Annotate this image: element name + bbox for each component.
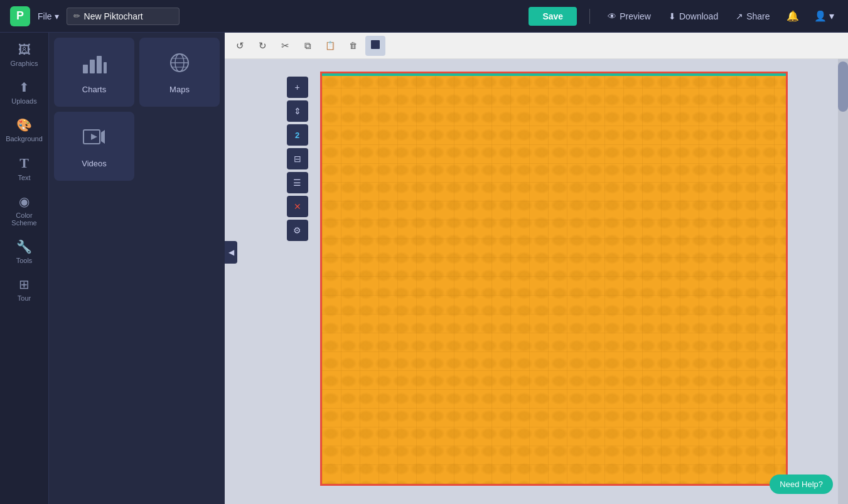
panel: Charts Maps	[49, 33, 225, 504]
videos-card-icon	[81, 125, 107, 154]
svg-rect-3	[104, 62, 107, 73]
canvas-frame: + ⇕ 2 ⊟ ☰ ✕	[286, 72, 788, 486]
videos-card-label: Videos	[82, 159, 107, 168]
list-icon: ☰	[293, 178, 301, 188]
svg-rect-0	[83, 65, 88, 73]
float-number-button[interactable]: 2	[287, 124, 308, 146]
float-close-button[interactable]: ✕	[287, 196, 308, 217]
copy-button[interactable]: ⧉	[298, 36, 318, 56]
paste-button[interactable]: 📋	[320, 36, 340, 56]
sidebar-item-label: Color Scheme	[6, 212, 43, 227]
plus-icon: +	[294, 82, 299, 92]
header: P File ▾ ✏ New Piktochart Save 👁 Preview…	[0, 0, 848, 33]
float-filter-button[interactable]: ⊟	[287, 148, 308, 169]
delete-button[interactable]: 🗑	[343, 36, 363, 56]
color-scheme-icon: ◉	[19, 194, 30, 209]
left-sidebar: 🖼 Graphics ⬆ Uploads 🎨 Background T Text…	[0, 33, 49, 504]
svg-rect-2	[97, 56, 102, 73]
sidebar-item-color-scheme[interactable]: ◉ Color Scheme	[3, 189, 46, 232]
float-align-button[interactable]: ⇕	[287, 100, 308, 122]
charts-card-icon	[81, 51, 107, 80]
sidebar-item-tour[interactable]: ⊞ Tour	[3, 272, 46, 307]
charts-card-label: Charts	[82, 85, 106, 94]
sidebar-item-label: Tools	[16, 257, 33, 264]
svg-marker-10	[91, 134, 97, 140]
svg-rect-12	[371, 40, 380, 49]
float-add-button[interactable]: +	[287, 77, 308, 98]
maps-card-icon	[166, 51, 193, 80]
uploads-icon: ⬆	[19, 80, 30, 95]
align-icon: ⇕	[294, 106, 301, 116]
copy-icon: ⧉	[304, 40, 311, 51]
svg-marker-11	[101, 130, 105, 144]
frame-icon	[370, 40, 380, 51]
float-list-button[interactable]: ☰	[287, 172, 308, 193]
panel-card-charts[interactable]: Charts	[54, 38, 134, 107]
file-menu-button[interactable]: File ▾	[38, 11, 59, 21]
canvas-toolbar: ↺ ↻ ✂ ⧉ 📋 🗑	[225, 33, 848, 59]
scrollbar-thumb[interactable]	[838, 62, 848, 112]
share-button[interactable]: ↗ Share	[731, 8, 775, 25]
paste-icon: 📋	[325, 41, 335, 50]
cut-button[interactable]: ✂	[275, 36, 295, 56]
redo-icon: ↻	[259, 40, 267, 51]
panel-card-maps[interactable]: Maps	[139, 38, 220, 107]
float-settings-button[interactable]: ⚙	[287, 220, 308, 241]
sidebar-item-label: Tour	[18, 294, 31, 302]
notifications-button[interactable]: 🔔	[783, 8, 803, 24]
tour-icon: ⊞	[19, 277, 30, 292]
undo-icon: ↺	[236, 40, 244, 51]
background-icon: 🎨	[16, 117, 32, 132]
infographic-canvas[interactable]	[320, 72, 788, 486]
sidebar-item-graphics[interactable]: 🖼 Graphics	[3, 38, 46, 72]
svg-rect-1	[90, 60, 95, 73]
preview-button[interactable]: 👁 Preview	[603, 8, 656, 25]
document-title-field[interactable]: ✏ New Piktochart	[67, 8, 180, 25]
download-button[interactable]: ⬇ Download	[663, 8, 723, 25]
pattern-overlay	[322, 73, 786, 484]
panel-collapse-toggle[interactable]: ◀	[225, 241, 237, 264]
chevron-left-icon: ◀	[228, 248, 234, 257]
cut-icon: ✂	[281, 40, 289, 51]
tools-icon: 🔧	[16, 239, 32, 254]
number-icon: 2	[295, 131, 299, 140]
frame-button[interactable]	[365, 36, 385, 56]
header-divider	[589, 9, 590, 24]
sidebar-item-label: Uploads	[11, 97, 36, 105]
delete-icon: 🗑	[349, 41, 357, 50]
sidebar-item-uploads[interactable]: ⬆ Uploads	[3, 75, 46, 110]
panel-card-videos[interactable]: Videos	[54, 112, 134, 181]
float-toolbar: + ⇕ 2 ⊟ ☰ ✕	[287, 77, 308, 241]
filter-icon: ⊟	[294, 154, 301, 164]
maps-card-label: Maps	[169, 85, 190, 94]
text-icon: T	[19, 155, 29, 171]
canvas-scroll[interactable]: + ⇕ 2 ⊟ ☰ ✕	[225, 59, 848, 504]
help-button[interactable]: Need Help?	[770, 475, 833, 494]
right-scrollbar[interactable]	[838, 59, 848, 504]
app-logo: P	[10, 6, 30, 26]
sidebar-item-background[interactable]: 🎨 Background	[3, 112, 46, 147]
settings-icon: ⚙	[293, 225, 301, 235]
canvas-area: ↺ ↻ ✂ ⧉ 📋 🗑	[225, 33, 848, 504]
user-avatar-button[interactable]: 👤 ▾	[810, 8, 838, 24]
sidebar-item-tools[interactable]: 🔧 Tools	[3, 234, 46, 269]
graphics-icon: 🖼	[18, 43, 31, 57]
undo-button[interactable]: ↺	[230, 36, 250, 56]
save-button[interactable]: Save	[529, 7, 577, 26]
sidebar-item-label: Text	[18, 174, 30, 181]
main-content: 🖼 Graphics ⬆ Uploads 🎨 Background T Text…	[0, 33, 848, 504]
sidebar-item-text[interactable]: T Text	[3, 150, 46, 186]
sidebar-item-label: Graphics	[10, 60, 38, 67]
redo-button[interactable]: ↻	[252, 36, 272, 56]
close-icon: ✕	[294, 201, 301, 212]
sidebar-item-label: Background	[6, 135, 43, 142]
